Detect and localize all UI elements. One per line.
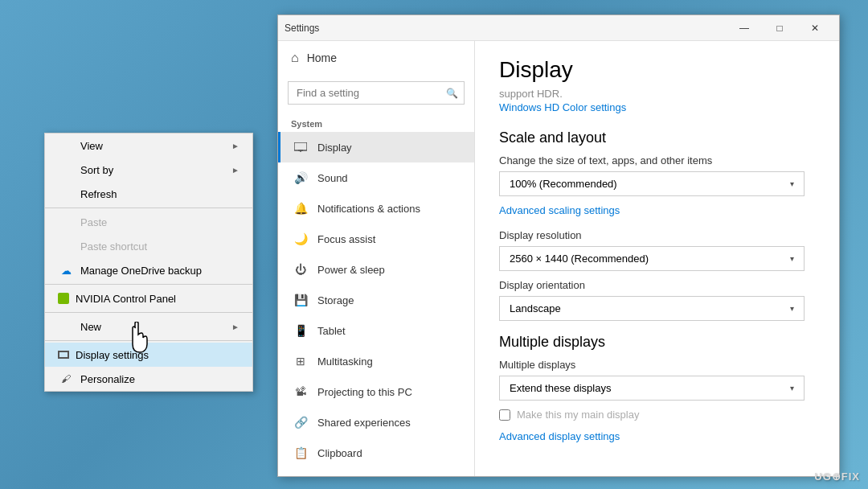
svg-rect-0 (294, 142, 307, 150)
focus-nav-icon: 🌙 (293, 232, 308, 246)
display-settings-icon (58, 351, 69, 359)
context-menu-sort-by[interactable]: Sort by ► (45, 158, 252, 182)
context-menu-new[interactable]: New ► (45, 314, 252, 339)
clipboard-nav-icon: 📋 (293, 446, 308, 460)
search-icon: 🔍 (446, 88, 458, 99)
nvidia-icon (58, 293, 69, 304)
title-bar: Settings — □ ✕ (278, 15, 839, 41)
divider-4 (45, 340, 252, 341)
orientation-dropdown-chevron-icon: ▾ (790, 304, 794, 313)
context-menu-display-settings[interactable]: Display settings (45, 343, 252, 367)
divider-3 (45, 312, 252, 313)
notifications-nav-icon: 🔔 (293, 201, 308, 216)
sidebar-item-sound[interactable]: 🔊 Sound (278, 162, 474, 193)
resolution-dropdown[interactable]: 2560 × 1440 (Recommended) ▾ (499, 246, 805, 271)
orientation-label: Display orientation (499, 279, 815, 291)
scale-dropdown-chevron-icon: ▾ (790, 179, 794, 188)
settings-sidebar: ⌂ Home 🔍 System Display 🔊 Sound (278, 41, 475, 476)
multitasking-nav-icon: ⊞ (293, 354, 308, 368)
context-menu: View ► Sort by ► Refresh Paste (44, 133, 253, 392)
context-menu-onedrive[interactable]: ☁ Manage OneDrive backup (45, 258, 252, 282)
settings-body: ⌂ Home 🔍 System Display 🔊 Sound (278, 41, 839, 476)
power-nav-icon: ⏻ (293, 262, 308, 277)
home-icon: ⌂ (291, 51, 299, 65)
sidebar-item-tablet[interactable]: 📱 Tablet (278, 315, 474, 346)
sidebar-section-title: System (278, 111, 474, 132)
shared-nav-icon: 🔗 (293, 415, 308, 429)
sort-chevron-icon: ► (231, 166, 240, 175)
context-menu-paste: Paste (45, 210, 252, 234)
search-input[interactable] (288, 81, 465, 105)
main-display-row: Make this my main display (499, 409, 815, 421)
multiple-displays-chevron-icon: ▾ (790, 384, 794, 392)
multiple-displays-heading: Multiple displays (499, 334, 815, 351)
tablet-nav-icon: 📱 (293, 323, 308, 338)
onedrive-icon: ☁ (58, 265, 74, 277)
main-display-label: Make this my main display (517, 409, 639, 421)
hdr-settings-link[interactable]: Windows HD Color settings (499, 101, 815, 113)
settings-window: Settings — □ ✕ ⌂ Home 🔍 System (277, 14, 840, 477)
sidebar-item-multitasking[interactable]: ⊞ Multitasking (278, 346, 474, 376)
advanced-scaling-link[interactable]: Advanced scaling settings (499, 204, 815, 216)
sidebar-search-container: 🔍 (288, 81, 465, 105)
sound-nav-icon: 🔊 (293, 171, 308, 185)
multiple-displays-dropdown[interactable]: Extend these displays ▾ (499, 376, 805, 401)
desktop: View ► Sort by ► Refresh Paste (0, 0, 868, 489)
context-menu-paste-shortcut: Paste shortcut (45, 234, 252, 258)
sidebar-item-storage[interactable]: 💾 Storage (278, 285, 474, 315)
context-menu-refresh[interactable]: Refresh (45, 182, 252, 206)
close-button[interactable]: ✕ (797, 15, 833, 41)
advanced-display-link[interactable]: Advanced display settings (499, 430, 815, 442)
context-menu-nvidia[interactable]: NVIDIA Control Panel (45, 286, 252, 310)
window-title: Settings (285, 23, 319, 34)
resolution-dropdown-chevron-icon: ▾ (790, 254, 794, 263)
sidebar-item-power[interactable]: ⏻ Power & sleep (278, 254, 474, 285)
projecting-nav-icon: 📽 (293, 384, 308, 399)
context-menu-personalize[interactable]: 🖌 Personalize (45, 367, 252, 391)
sidebar-item-display[interactable]: Display (278, 132, 474, 162)
minimize-button[interactable]: — (727, 15, 762, 41)
settings-content: Display support HDR. Windows HD Color se… (475, 41, 839, 476)
storage-nav-icon: 💾 (293, 293, 308, 307)
hdr-support-text: support HDR. (499, 88, 815, 100)
multiple-displays-label: Multiple displays (499, 359, 815, 371)
sidebar-item-notifications[interactable]: 🔔 Notifications & actions (278, 193, 474, 224)
sidebar-item-projecting[interactable]: 📽 Projecting to this PC (278, 376, 474, 407)
resolution-label: Display resolution (499, 229, 815, 241)
divider-1 (45, 208, 252, 208)
main-display-checkbox[interactable] (499, 409, 510, 421)
sidebar-item-shared[interactable]: 🔗 Shared experiences (278, 407, 474, 438)
view-chevron-icon: ► (231, 142, 240, 150)
scale-label: Change the size of text, apps, and other… (499, 154, 815, 166)
scale-section-heading: Scale and layout (499, 129, 815, 146)
sidebar-home[interactable]: ⌂ Home (278, 41, 474, 75)
page-title: Display (499, 57, 815, 83)
title-bar-controls: — □ ✕ (727, 15, 833, 41)
new-chevron-icon: ► (231, 323, 240, 331)
divider-2 (45, 284, 252, 285)
maximize-button[interactable]: □ (762, 15, 797, 41)
display-nav-icon (293, 140, 308, 154)
context-menu-view[interactable]: View ► (45, 134, 252, 158)
personalize-icon: 🖌 (58, 373, 74, 384)
sidebar-item-focus[interactable]: 🌙 Focus assist (278, 224, 474, 254)
orientation-dropdown[interactable]: Landscape ▾ (499, 296, 805, 321)
watermark: UG⊕FIX (814, 471, 860, 483)
scale-dropdown[interactable]: 100% (Recommended) ▾ (499, 171, 805, 196)
sidebar-item-clipboard[interactable]: 📋 Clipboard (278, 438, 474, 468)
